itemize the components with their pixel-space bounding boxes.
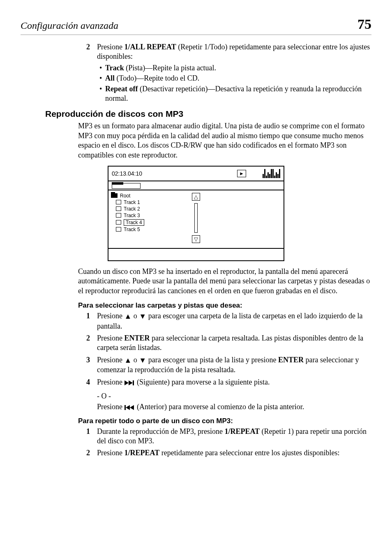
step-number: 1 — [86, 427, 97, 446]
step-list-repeat-all: 2 Presione 1/ALL REPEAT (Repetir 1/Todo)… — [86, 42, 371, 104]
track-row: Track 5 — [111, 227, 180, 232]
track-label-selected: Track 4 — [124, 219, 144, 226]
bold-label: 1/ALL REPEAT — [125, 43, 176, 51]
step-item: 3 Presione ▲ o ▼ para escoger una pista … — [86, 355, 371, 375]
triangle-down-icon: ▼ — [139, 356, 146, 365]
scroll-up-icon: △ — [192, 193, 200, 201]
step-list-select: 1 Presione ▲ o ▼ para escoger una carpet… — [86, 311, 371, 387]
bullet-rest: (Desactivar repetición)—Desactiva la rep… — [105, 85, 362, 102]
folder-icon — [111, 193, 118, 198]
root-folder-row: Root — [111, 193, 180, 199]
or-word: o — [134, 356, 139, 364]
progress-bar-area — [108, 181, 284, 190]
step-body: Presione (Siguiente) para moverse a la s… — [97, 378, 371, 387]
heading-mp3: Reproducción de discos con MP3 — [45, 109, 371, 119]
page-header: Configuración avanzada 75 — [21, 16, 371, 35]
bullet-rest: (Todo)—Repite todo el CD. — [115, 74, 199, 82]
bullet-item: •All (Todo)—Repite todo el CD. — [97, 74, 371, 83]
step-item: 4 Presione (Siguiente) para moverse a la… — [86, 378, 371, 387]
track-list: Root Track 1 Track 2 Track 3 Track 4 Tra… — [108, 190, 182, 248]
step-number: 2 — [86, 42, 97, 104]
bold-label: ENTER — [278, 356, 304, 364]
track-label: Track 1 — [124, 199, 140, 205]
screen-bottom-bar — [108, 248, 284, 260]
bullet-bold: All — [105, 74, 115, 82]
file-icon — [116, 220, 121, 225]
text: (Siguiente) para moverse a la siguiente … — [137, 378, 270, 386]
scroll-arrows: △ ▽ — [182, 190, 210, 248]
bullet-rest: (Pista)—Repite la pista actual. — [124, 64, 216, 72]
text: Presione — [97, 43, 125, 51]
text: Presione — [97, 356, 125, 364]
file-icon — [116, 213, 121, 218]
section-title: Configuración avanzada — [21, 20, 118, 31]
step-body: Presione ▲ o ▼ para escoger una carpeta … — [97, 311, 371, 331]
file-icon — [116, 227, 121, 232]
text: Durante la reproducción de MP3, presione — [97, 427, 224, 436]
play-icon: ► — [237, 170, 246, 177]
triangle-up-icon: ▲ — [125, 312, 132, 321]
player-screen: 02:13.04:10 ► Root Track 1 Track 2 Track… — [108, 166, 284, 261]
step-body: Presione ▲ o ▼ para escoger una pista de… — [97, 355, 371, 375]
prev-track-icon — [125, 405, 135, 410]
svg-marker-0 — [125, 380, 129, 385]
bullet-item: •Repeat off (Desactivar repetición)—Desa… — [97, 84, 371, 104]
text: (Anterior) para moverse al comienzo de l… — [137, 403, 304, 411]
step-body: Presione 1/REPEAT repetidamente para sel… — [97, 448, 371, 458]
step-number: 2 — [86, 448, 97, 458]
text: Presione — [97, 449, 125, 457]
bold-label: 1/REPEAT — [224, 427, 260, 436]
time-readout: 02:13.04:10 — [112, 170, 237, 177]
paragraph-mp3-intro: MP3 es un formato para almacenar audio d… — [78, 121, 371, 160]
step-number: 4 — [86, 378, 97, 387]
track-label: Track 5 — [124, 227, 140, 232]
svg-rect-2 — [133, 380, 134, 385]
paragraph-after-screen: Cuando un disco con MP3 se ha insertado … — [78, 267, 371, 296]
bullet-item: •Track (Pista)—Repite la pista actual. — [97, 63, 371, 73]
root-label: Root — [120, 193, 130, 199]
text: Presione — [97, 378, 125, 386]
svg-marker-5 — [130, 405, 134, 410]
file-icon — [116, 200, 121, 204]
step-item: 2 Presione 1/ALL REPEAT (Repetir 1/Todo)… — [86, 42, 371, 104]
track-label: Track 2 — [124, 206, 140, 212]
step-body: Presione ENTER para seleccionar la carpe… — [97, 334, 371, 353]
progress-fill — [112, 182, 123, 185]
bullet-bold: Repeat off — [105, 85, 138, 93]
step-body: Presione (Anterior) para moverse al comi… — [97, 402, 371, 412]
track-row: Track 3 — [111, 213, 180, 218]
or-separator: - O - — [97, 392, 371, 401]
scroll-track — [194, 203, 198, 233]
step-body: Durante la reproducción de MP3, presione… — [97, 427, 371, 446]
screen-top-bar: 02:13.04:10 ► — [108, 167, 284, 181]
svg-rect-3 — [125, 405, 126, 410]
text: Presione — [97, 312, 125, 320]
svg-marker-1 — [129, 380, 133, 385]
step-item: 1 Presione ▲ o ▼ para escoger una carpet… — [86, 311, 371, 331]
equalizer-icon — [263, 169, 280, 178]
step-item: 1 Durante la reproducción de MP3, presio… — [86, 427, 371, 446]
subhead-repeat: Para repetir todo o parte de un disco co… — [78, 417, 371, 425]
bold-label: ENTER — [125, 334, 150, 342]
screen-body: Root Track 1 Track 2 Track 3 Track 4 Tra… — [108, 190, 284, 248]
text: Presione — [97, 334, 125, 342]
step-list-repeat-mp3: 1 Durante la reproducción de MP3, presio… — [86, 427, 371, 458]
page-number: 75 — [357, 16, 371, 32]
next-track-icon — [125, 380, 135, 385]
screen-right-pane — [210, 190, 284, 248]
track-row: Track 2 — [111, 206, 180, 212]
track-row: Track 1 — [111, 199, 180, 205]
subhead-select: Para seleccionar las carpetas y pistas q… — [78, 301, 371, 310]
step-number: 2 — [86, 334, 97, 353]
svg-marker-4 — [126, 405, 130, 410]
file-icon — [116, 206, 121, 211]
text: Presione — [97, 403, 125, 411]
step-list-select-cont: Presione (Anterior) para moverse al comi… — [86, 402, 371, 412]
or-word: o — [134, 312, 139, 320]
bold-label: 1/REPEAT — [125, 449, 160, 457]
progress-bar — [112, 183, 141, 189]
triangle-down-icon: ▼ — [139, 312, 146, 321]
bullet-dot: • — [97, 63, 105, 73]
bullet-dot: • — [97, 74, 105, 83]
bullet-bold: Track — [105, 64, 124, 72]
